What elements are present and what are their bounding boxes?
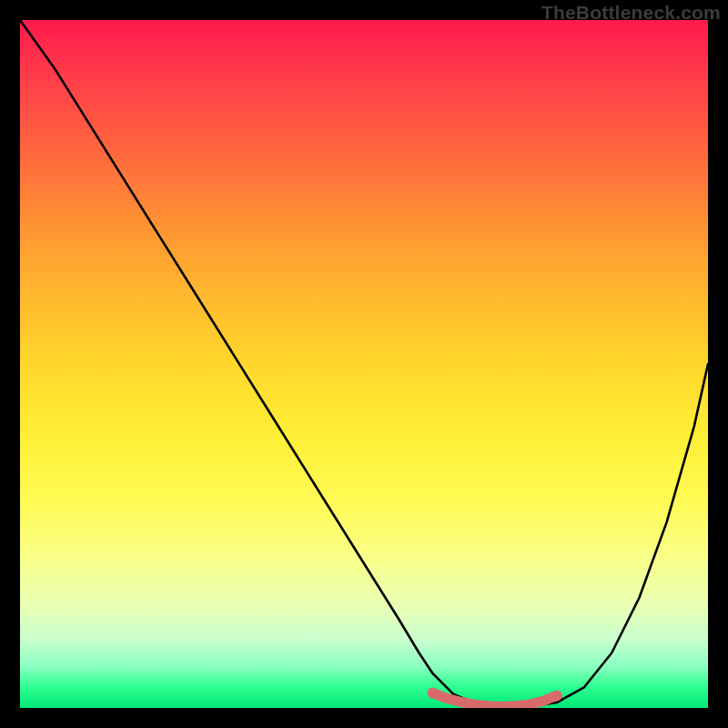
marker-dot (551, 690, 562, 701)
marker-dot (442, 693, 451, 703)
flat-region-band (433, 693, 557, 706)
watermark-text: TheBottleneck.com (541, 2, 721, 24)
marker-dot (428, 687, 439, 698)
chart-frame: TheBottleneck.com (0, 0, 728, 728)
marker-dot (539, 696, 548, 705)
bottleneck-curve (20, 20, 708, 707)
flat-region-markers (428, 687, 562, 708)
curve-layer (20, 20, 708, 708)
plot-area (20, 20, 708, 708)
marker-dot (456, 697, 465, 706)
